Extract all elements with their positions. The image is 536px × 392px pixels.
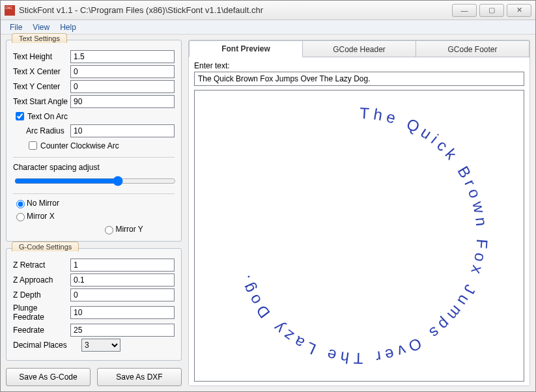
text-height-label: Text Height [13, 52, 70, 61]
text-start-angle-label: Text Start Angle [13, 97, 70, 106]
z-retract-input[interactable] [70, 259, 175, 272]
left-panel: Text Settings Text Height Text X Center … [6, 40, 182, 386]
ccw-arc-label: Counter Clockwise Arc [40, 141, 175, 150]
save-gcode-button[interactable]: Save As G-Code [6, 368, 91, 386]
arc-text: The Quick Brown Fox Jumps Over The Lazy … [234, 104, 491, 367]
tab-body: Enter text: The Quick Brown Fox Jumps Ov… [189, 57, 529, 385]
text-settings-header: Text Settings [12, 33, 67, 43]
client-area: Text Settings Text Height Text X Center … [1, 35, 535, 391]
no-mirror-radio-label[interactable]: No Mirror [13, 198, 86, 208]
minimize-button[interactable]: — [452, 4, 477, 17]
menu-file[interactable]: File [5, 21, 27, 33]
no-mirror-radio[interactable] [16, 200, 25, 208]
text-y-center-input[interactable] [70, 80, 175, 93]
z-retract-label: Z Retract [13, 260, 70, 270]
text-x-center-label: Text X Center [13, 67, 70, 76]
z-depth-label: Z Depth [13, 290, 70, 300]
menubar: File View Help [1, 20, 535, 35]
menu-view[interactable]: View [27, 21, 55, 33]
arc-radius-input[interactable] [70, 124, 175, 137]
plunge-feedrate-label: Plunge Feedrate [13, 303, 70, 322]
ccw-arc-checkbox[interactable] [29, 141, 37, 150]
maximize-button[interactable]: ▢ [479, 4, 504, 17]
plunge-feedrate-input[interactable] [70, 306, 175, 319]
font-preview-canvas: The Quick Brown Fox Jumps Over The Lazy … [194, 90, 524, 382]
char-spacing-slider[interactable] [14, 176, 176, 186]
enter-text-input[interactable] [194, 72, 524, 86]
right-panel: Font Preview GCode Header GCode Footer E… [188, 40, 530, 386]
text-x-center-input[interactable] [70, 65, 175, 78]
tab-gcode-footer[interactable]: GCode Footer [416, 40, 529, 57]
enter-text-label: Enter text: [194, 61, 524, 70]
char-spacing-label: Character spacing adjust [13, 163, 175, 172]
z-approach-label: Z Approach [13, 275, 70, 285]
no-mirror-text: No Mirror [27, 199, 59, 208]
arc-radius-label: Arc Radius [26, 126, 70, 135]
feedrate-label: Feedrate [13, 326, 70, 335]
feedrate-input[interactable] [70, 324, 175, 337]
text-y-center-label: Text Y Center [13, 82, 70, 91]
app-window: StickFont v1.1 - C:\Program Files (x86)\… [0, 0, 536, 392]
mirror-y-radio[interactable] [105, 226, 113, 234]
mirror-y-text: Mirror Y [115, 225, 143, 234]
text-on-arc-label: Text On Arc [27, 112, 175, 121]
mirror-x-radio-label[interactable]: Mirror X [13, 211, 86, 221]
mirror-x-text: Mirror X [27, 212, 55, 221]
menu-help[interactable]: Help [55, 21, 81, 33]
gcode-settings-group: G-Code Settings Z Retract Z Approach Z D… [6, 248, 182, 361]
tab-font-preview[interactable]: Font Preview [189, 40, 303, 57]
close-button[interactable]: ✕ [507, 4, 531, 17]
save-dxf-button[interactable]: Save As DXF [97, 368, 182, 386]
app-icon [5, 5, 15, 16]
text-height-input[interactable] [70, 50, 175, 63]
window-title: StickFont v1.1 - C:\Program Files (x86)\… [19, 5, 263, 15]
z-depth-input[interactable] [70, 288, 175, 301]
text-on-arc-checkbox[interactable] [16, 112, 24, 120]
z-approach-input[interactable] [70, 273, 175, 287]
text-settings-group: Text Settings Text Height Text X Center … [6, 40, 182, 242]
text-start-angle-input[interactable] [70, 95, 175, 108]
arc-text-svg: The Quick Brown Fox Jumps Over The Lazy … [223, 99, 496, 372]
mirror-y-radio-label[interactable]: Mirror Y [102, 224, 175, 234]
decimal-places-select[interactable]: 3 [81, 339, 120, 352]
preview-tabs: Font Preview GCode Header GCode Footer [189, 40, 529, 57]
gcode-settings-header: G-Code Settings [12, 242, 79, 251]
titlebar: StickFont v1.1 - C:\Program Files (x86)\… [1, 1, 535, 20]
mirror-x-radio[interactable] [16, 213, 25, 221]
decimal-places-label: Decimal Places [13, 341, 81, 350]
tab-gcode-header[interactable]: GCode Header [303, 40, 416, 57]
